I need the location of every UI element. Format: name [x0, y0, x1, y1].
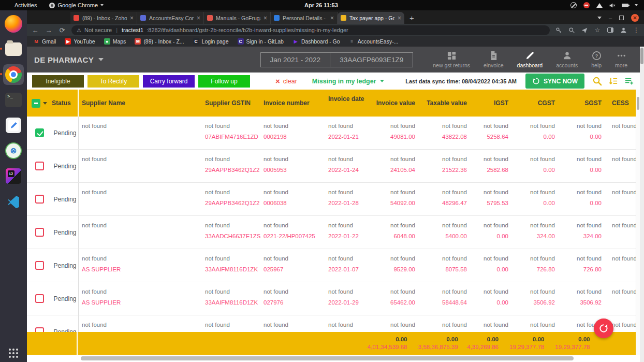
dock-intellij-idea-icon[interactable]: IJ	[3, 166, 24, 186]
dock-remmina-icon[interactable]: ⊗	[3, 140, 24, 161]
column-header-invno[interactable]: Invoice number	[264, 90, 328, 117]
dock-chrome-icon[interactable]	[3, 64, 24, 85]
gstin-box[interactable]: 33AAGFP6093E1Z9	[330, 52, 413, 67]
cell-extra: not found	[605, 150, 636, 182]
show-applications-icon[interactable]	[9, 349, 18, 358]
bookmark-star-icon[interactable]: ☆	[594, 26, 601, 34]
bookmark-item[interactable]: CSign in - GitLab	[238, 38, 284, 45]
filter-carry-forward-button[interactable]: Carry forward	[143, 75, 195, 88]
zoom-icon[interactable]	[568, 26, 575, 34]
filter-ineligible-button[interactable]: Ineligible	[32, 75, 84, 88]
row-checkbox[interactable]	[35, 261, 44, 270]
password-key-icon[interactable]	[555, 26, 562, 34]
column-header-value[interactable]: Invoice value	[372, 90, 418, 117]
nav-more[interactable]: more	[615, 51, 627, 68]
bookmark-item[interactable]: MGmail	[33, 38, 56, 45]
not-found-text: not found	[328, 189, 372, 195]
send-icon[interactable]	[581, 26, 588, 34]
clock[interactable]: Apr 26 11:53	[304, 2, 338, 8]
dock-firefox-icon[interactable]	[3, 13, 24, 34]
tab-close-icon[interactable]: ×	[197, 15, 200, 22]
browser-menu-icon[interactable]: ⋮	[633, 26, 640, 34]
browser-tab[interactable]: Manuals - GoFrugal×	[204, 12, 271, 24]
table-horizontal-scrollbar[interactable]	[27, 356, 636, 361]
cell-igst: not found0.00	[470, 249, 511, 282]
dock-terminal-icon[interactable]: >_	[3, 90, 24, 110]
filter-to-rectify-button[interactable]: To Rectify	[87, 75, 139, 88]
row-checkbox[interactable]	[35, 128, 44, 137]
nav-help[interactable]: ? help	[591, 51, 602, 68]
bookmark-item[interactable]: ▶Dashboard - Go	[292, 38, 340, 45]
select-all-checkbox[interactable]	[32, 99, 40, 108]
sync-now-button[interactable]: SYNC NOW	[525, 74, 584, 89]
minimize-button[interactable]: –	[609, 15, 612, 21]
sort-icon[interactable]	[607, 76, 619, 87]
column-header-igst[interactable]: IGST	[470, 90, 511, 117]
system-tray[interactable]	[570, 2, 644, 9]
dock-text-editor-icon[interactable]	[3, 115, 24, 136]
dock-files-icon[interactable]	[3, 39, 24, 60]
scrollbar-thumb[interactable]	[81, 356, 574, 360]
tab-close-icon[interactable]: ×	[330, 15, 334, 22]
back-button[interactable]: ←	[31, 26, 39, 34]
browser-tab[interactable]: AccountsEasy Connect - P×	[137, 12, 204, 24]
tab-close-icon[interactable]: ×	[130, 15, 134, 22]
row-checkbox[interactable]	[35, 228, 44, 237]
bookmark-item[interactable]: ✉(89) - Inbox - Z...	[135, 38, 184, 45]
tab-close-icon[interactable]: ×	[264, 15, 267, 22]
column-header-status[interactable]: Status	[52, 90, 79, 117]
browser-tab[interactable]: Personal Details - GOFRU×	[271, 12, 338, 24]
column-header-extra[interactable]: CESS	[605, 90, 636, 117]
tab-search-icon[interactable]	[597, 17, 602, 19]
select-menu-caret-icon[interactable]	[43, 102, 47, 105]
browser-tab[interactable]: Tax payer app - GoFrugal×	[338, 12, 404, 24]
bookmark-item[interactable]: CLogin page	[193, 38, 229, 45]
clear-filter-button[interactable]: × clear	[275, 77, 297, 85]
column-header-date[interactable]: Invoice date	[328, 90, 372, 117]
forward-button[interactable]: →	[45, 26, 53, 34]
bookmark-item[interactable]: ▶YouTube	[65, 38, 95, 45]
column-header-sgst[interactable]: SGST	[558, 90, 605, 117]
ledger-value-text: 0.00	[470, 233, 508, 240]
company-selector[interactable]: DE PHARMACY	[34, 55, 104, 64]
bookmark-item[interactable]: ≡AccountsEasy-...	[349, 38, 399, 45]
refresh-fab-button[interactable]	[594, 318, 613, 338]
playlist-add-icon[interactable]	[623, 76, 635, 87]
tab-close-icon[interactable]: ×	[398, 15, 401, 22]
cell-igst: not found5258.64	[470, 117, 511, 149]
person-icon	[562, 51, 572, 61]
column-header-gstin[interactable]: Supplier GSTIN	[205, 90, 264, 117]
column-header-taxable[interactable]: Taxable value	[418, 90, 470, 117]
close-button[interactable]: ✕	[631, 14, 639, 22]
nav-dashboard[interactable]: dashboard	[517, 51, 543, 68]
column-header-cgst[interactable]: CGST	[511, 90, 558, 117]
maximize-button[interactable]	[619, 16, 624, 20]
activities-button[interactable]: Activities	[0, 2, 44, 8]
side-panel-icon[interactable]	[607, 26, 614, 34]
new-tab-button[interactable]: +	[404, 13, 420, 24]
table-vertical-scrollbar[interactable]	[636, 90, 640, 355]
nav-new-gst-returns[interactable]: new gst returns	[433, 51, 470, 68]
row-checkbox[interactable]	[35, 162, 44, 170]
dock-vscode-icon[interactable]	[3, 191, 24, 212]
scrollbar-thumb[interactable]	[637, 97, 639, 110]
search-icon[interactable]	[591, 76, 603, 87]
view-filter-dropdown[interactable]: Missing in my ledger	[312, 78, 384, 85]
column-header-supplier[interactable]: Supplier Name	[79, 90, 205, 117]
browser-tab[interactable]: (89) - Inbox - Zoho Mail (a×	[70, 12, 137, 24]
address-bar[interactable]: ⚠ Not secure | tractest1:8282/tfa/dashbo…	[71, 25, 550, 35]
scrollbar-thumb[interactable]	[640, 48, 643, 64]
period-box[interactable]: Jan 2021 - 2022	[260, 52, 331, 67]
reload-button[interactable]: ⟳	[58, 26, 66, 34]
profile-avatar-icon[interactable]	[620, 26, 627, 34]
bookmark-item[interactable]: ●Maps	[104, 38, 126, 45]
page-vertical-scrollbar[interactable]	[640, 47, 644, 362]
cell-igst: not found0.00	[470, 216, 511, 249]
app-menu-button[interactable]: Google Chrome	[44, 2, 109, 8]
nav-accounts[interactable]: accounts	[556, 51, 578, 68]
row-checkbox[interactable]	[35, 294, 44, 303]
filter-follow-up-button[interactable]: Follow up	[198, 75, 250, 88]
ledger-value-text: 2022-01-24	[328, 167, 372, 173]
nav-einvoice[interactable]: einvoice	[484, 51, 504, 68]
row-checkbox[interactable]	[35, 195, 44, 204]
